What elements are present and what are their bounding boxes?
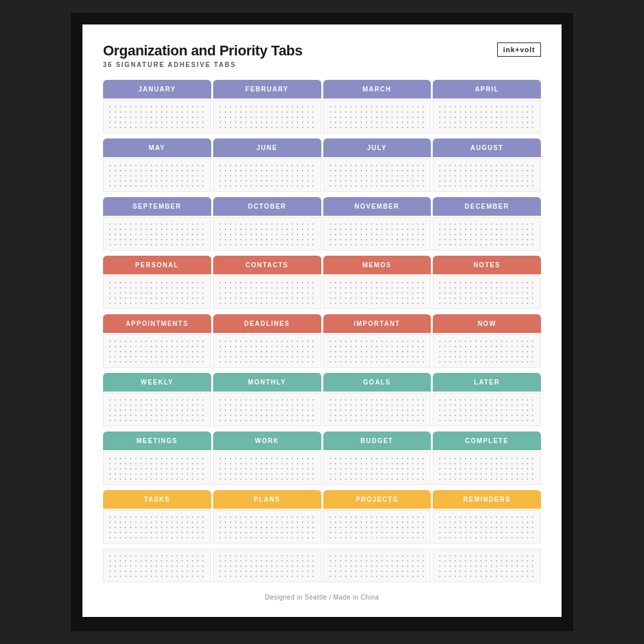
dot-box (213, 100, 321, 133)
tab-february: FEBRUARY (213, 80, 321, 99)
dot-box (433, 451, 541, 485)
tab-goals: GOALS (323, 373, 431, 392)
dot-box (103, 217, 211, 251)
dot-box (323, 393, 431, 426)
tab-august: AUGUST (433, 138, 541, 157)
dot-box (433, 510, 541, 544)
dot-row-7 (103, 510, 541, 544)
subtitle: 36 SIGNATURE ADHESIVE TABS (103, 61, 303, 68)
brand-logo: ink+volt (497, 43, 541, 57)
tab-november: NOVEMBER (323, 197, 431, 216)
rows-container: JANUARYFEBRUARYMARCHAPRILMAYJUNEJULYAUGU… (103, 80, 541, 549)
tab-budget: BUDGET (323, 431, 431, 450)
dot-box (433, 158, 541, 192)
dot-box (213, 334, 321, 368)
dot-box (103, 510, 211, 544)
blank-box (103, 549, 211, 582)
tab-contacts: CONTACTS (213, 256, 321, 274)
blank-box (213, 549, 321, 582)
dot-box (323, 158, 431, 192)
dot-box (103, 451, 211, 485)
page-title: Organization and Priority Tabs (103, 43, 303, 59)
tab-monthly: MONTHLY (213, 373, 321, 392)
header: Organization and Priority Tabs 36 SIGNAT… (103, 43, 541, 68)
dot-row-0 (103, 100, 541, 133)
dot-row-5 (103, 393, 541, 426)
dot-box (213, 451, 321, 485)
dot-box (213, 158, 321, 192)
tab-may: MAY (103, 138, 211, 157)
section-0: JANUARYFEBRUARYMARCHAPRIL (103, 80, 541, 133)
dot-box (433, 217, 541, 251)
section-1: MAYJUNEJULYAUGUST (103, 138, 541, 192)
dot-row-3 (103, 276, 541, 309)
tab-october: OCTOBER (213, 197, 321, 216)
tab-row-6: MEETINGSWORKBUDGETCOMPLETE (103, 431, 541, 450)
dot-box (433, 393, 541, 426)
dot-box (213, 510, 321, 544)
header-left: Organization and Priority Tabs 36 SIGNAT… (103, 43, 303, 68)
outer-frame: Organization and Priority Tabs 36 SIGNAT… (71, 13, 573, 631)
dot-box (103, 100, 211, 133)
dot-box (323, 451, 431, 485)
dot-box (213, 393, 321, 426)
section-3: PERSONALCONTACTSMEMOSNOTES (103, 256, 541, 309)
tab-deadlines: DEADLINES (213, 314, 321, 333)
blank-box (323, 549, 431, 582)
section-7: TASKSPLANSPROJECTSREMINDERS (103, 490, 541, 544)
tab-june: JUNE (213, 138, 321, 157)
tab-meetings: MEETINGS (103, 431, 211, 450)
dot-box (213, 217, 321, 251)
section-4: APPOINTMENTSDEADLINESIMPORTANTNOW (103, 314, 541, 368)
section-2: SEPTEMBEROCTOBERNOVEMBERDECEMBER (103, 197, 541, 251)
inner-card: Organization and Priority Tabs 36 SIGNAT… (82, 24, 562, 617)
tab-weekly: WEEKLY (103, 373, 211, 392)
tab-december: DECEMBER (433, 197, 541, 216)
tab-important: IMPORTANT (323, 314, 431, 333)
tab-row-7: TASKSPLANSPROJECTSREMINDERS (103, 490, 541, 509)
tab-work: WORK (213, 431, 321, 450)
blank-box (433, 549, 541, 582)
tab-row-3: PERSONALCONTACTSMEMOSNOTES (103, 256, 541, 274)
dot-box (323, 217, 431, 251)
tab-personal: PERSONAL (103, 256, 211, 274)
tab-memos: MEMOS (323, 256, 431, 274)
tab-complete: COMPLETE (433, 431, 541, 450)
extra-blank-row (103, 549, 541, 582)
dot-box (103, 276, 211, 309)
dot-box (323, 100, 431, 133)
tab-march: MARCH (323, 80, 431, 99)
tab-plans: PLANS (213, 490, 321, 509)
section-6: MEETINGSWORKBUDGETCOMPLETE (103, 431, 541, 485)
dot-box (433, 276, 541, 309)
footer-text: Designed in Seattle / Made in China (103, 594, 541, 601)
dot-row-1 (103, 158, 541, 192)
dot-box (103, 158, 211, 192)
dot-box (433, 100, 541, 133)
tab-appointments: APPOINTMENTS (103, 314, 211, 333)
tab-reminders: REMINDERS (433, 490, 541, 509)
tab-tasks: TASKS (103, 490, 211, 509)
dot-box (213, 276, 321, 309)
tab-april: APRIL (433, 80, 541, 99)
section-5: WEEKLYMONTHLYGOALSLATER (103, 373, 541, 426)
tab-row-0: JANUARYFEBRUARYMARCHAPRIL (103, 80, 541, 99)
tab-july: JULY (323, 138, 431, 157)
tab-now: NOW (433, 314, 541, 333)
dot-box (323, 276, 431, 309)
dot-row-2 (103, 217, 541, 251)
tab-notes: NOTES (433, 256, 541, 274)
dot-box (323, 334, 431, 368)
dot-box (103, 393, 211, 426)
tab-row-5: WEEKLYMONTHLYGOALSLATER (103, 373, 541, 392)
tab-january: JANUARY (103, 80, 211, 99)
tab-row-1: MAYJUNEJULYAUGUST (103, 138, 541, 157)
tab-september: SEPTEMBER (103, 197, 211, 216)
tab-row-2: SEPTEMBEROCTOBERNOVEMBERDECEMBER (103, 197, 541, 216)
dot-row-6 (103, 451, 541, 485)
tab-projects: PROJECTS (323, 490, 431, 509)
dot-box (323, 510, 431, 544)
dot-row-4 (103, 334, 541, 368)
dot-box (433, 334, 541, 368)
tab-row-4: APPOINTMENTSDEADLINESIMPORTANTNOW (103, 314, 541, 333)
